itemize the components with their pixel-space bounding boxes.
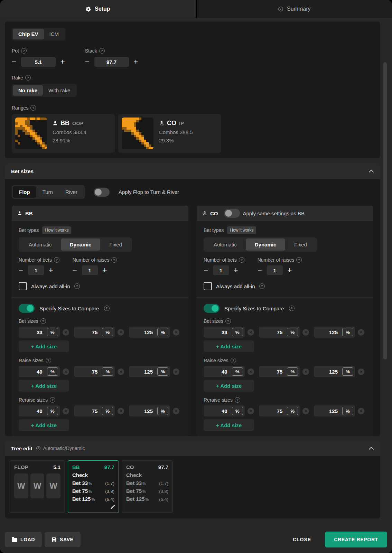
remove-size-button[interactable]: ✕ xyxy=(63,329,69,336)
size-input[interactable]: 33% xyxy=(19,327,60,338)
always-add-allin-checkbox[interactable] xyxy=(204,282,212,290)
size-input[interactable]: 125% xyxy=(314,405,355,416)
size-input[interactable]: 75% xyxy=(259,327,300,338)
raises-value[interactable]: 1 xyxy=(267,265,283,275)
size-input[interactable]: 125% xyxy=(314,366,355,377)
tree-node-bb[interactable]: BB 97.7 CheckBet 33%(1.7)Bet 75%(3.8)Bet… xyxy=(68,460,119,513)
remove-size-button[interactable]: ✕ xyxy=(173,368,179,375)
remove-size-button[interactable]: ✕ xyxy=(248,368,254,375)
remove-size-button[interactable]: ✕ xyxy=(302,408,309,414)
bet-type-fixed[interactable]: Fixed xyxy=(285,238,316,251)
bets-minus-button[interactable]: − xyxy=(204,266,208,274)
size-input[interactable]: 75% xyxy=(74,366,115,377)
stack-plus-button[interactable]: + xyxy=(134,58,138,66)
size-input[interactable]: 33% xyxy=(204,327,245,338)
stack-input[interactable]: 97.7 xyxy=(94,57,129,67)
apply-flop-toggle[interactable] xyxy=(94,188,110,197)
bet-type-dynamic[interactable]: Dynamic xyxy=(246,238,286,251)
raises-plus-button[interactable]: + xyxy=(103,266,107,274)
remove-size-button[interactable]: ✕ xyxy=(118,408,124,414)
add-size-button[interactable]: + Add size xyxy=(19,380,69,392)
pot-input[interactable]: 5.1 xyxy=(21,57,56,67)
tree-edit-header[interactable]: Tree edit Automatic/Dynamic xyxy=(5,440,380,456)
bets-plus-button[interactable]: + xyxy=(49,266,53,274)
bet-type-automatic[interactable]: Automatic xyxy=(205,238,246,251)
size-input[interactable]: 125% xyxy=(129,327,170,338)
tab-flop[interactable]: Flop xyxy=(13,186,36,198)
how-it-works-link[interactable]: How it works xyxy=(42,226,71,234)
save-button[interactable]: SAVE xyxy=(45,532,81,547)
rake-no-rake[interactable]: No rake xyxy=(13,85,43,96)
remove-size-button[interactable]: ✕ xyxy=(63,408,69,414)
tab-river[interactable]: River xyxy=(59,186,84,198)
bets-minus-button[interactable]: − xyxy=(19,266,23,274)
range-card-bb[interactable]: BB OOP Combos 383.4 28.91% xyxy=(12,114,115,153)
remove-size-button[interactable]: ✕ xyxy=(248,408,254,414)
bets-value[interactable]: 1 xyxy=(28,265,44,275)
tree-node-co[interactable]: CO 97.7 CheckBet 33%(1.7)Bet 75%(3.8)Bet… xyxy=(122,460,173,513)
remove-size-button[interactable]: ✕ xyxy=(358,368,364,375)
how-it-works-link[interactable]: How it works xyxy=(227,226,256,234)
raises-minus-button[interactable]: − xyxy=(73,266,77,274)
add-size-button[interactable]: + Add size xyxy=(19,340,69,352)
stack-minus-button[interactable]: − xyxy=(85,58,90,66)
size-input[interactable]: 40% xyxy=(204,405,245,416)
bets-value[interactable]: 1 xyxy=(213,265,229,275)
card-back-placeholder[interactable]: W xyxy=(46,474,60,498)
remove-size-button[interactable]: ✕ xyxy=(63,368,69,375)
size-input[interactable]: 40% xyxy=(19,405,60,416)
add-size-button[interactable]: + Add size xyxy=(204,340,254,352)
tree-node-flop[interactable]: FLOP 5.1 WWW xyxy=(10,460,65,513)
always-add-allin-checkbox[interactable] xyxy=(19,282,27,290)
remove-size-button[interactable]: ✕ xyxy=(358,329,364,336)
create-report-button[interactable]: CREATE REPORT xyxy=(325,532,387,547)
add-size-button[interactable]: + Add size xyxy=(19,419,69,431)
size-input[interactable]: 75% xyxy=(74,405,115,416)
bet-type-automatic[interactable]: Automatic xyxy=(20,238,61,251)
specify-sizes-toggle[interactable] xyxy=(204,304,220,313)
apply-same-settings-toggle[interactable] xyxy=(224,209,240,218)
chevron-up-icon[interactable] xyxy=(368,447,374,450)
load-button[interactable]: LOAD xyxy=(5,532,42,547)
mode-icm[interactable]: ICM xyxy=(44,29,65,39)
raises-plus-button[interactable]: + xyxy=(288,266,292,274)
size-input[interactable]: 75% xyxy=(259,405,300,416)
card-back-placeholder[interactable]: W xyxy=(14,474,28,498)
bets-plus-button[interactable]: + xyxy=(234,266,238,274)
chevron-up-icon[interactable] xyxy=(368,169,374,173)
size-input[interactable]: 125% xyxy=(129,366,170,377)
size-input[interactable]: 125% xyxy=(314,327,355,338)
specify-sizes-toggle[interactable] xyxy=(19,304,35,313)
remove-size-button[interactable]: ✕ xyxy=(302,329,309,336)
raises-value[interactable]: 1 xyxy=(82,265,98,275)
bet-type-fixed[interactable]: Fixed xyxy=(100,238,131,251)
add-size-button[interactable]: + Add size xyxy=(204,380,254,392)
size-input[interactable]: 75% xyxy=(259,366,300,377)
raises-minus-button[interactable]: − xyxy=(258,266,262,274)
remove-size-button[interactable]: ✕ xyxy=(173,408,179,414)
remove-size-button[interactable]: ✕ xyxy=(118,368,124,375)
remove-size-button[interactable]: ✕ xyxy=(248,329,254,336)
remove-size-button[interactable]: ✕ xyxy=(302,368,309,375)
bet-type-dynamic[interactable]: Dynamic xyxy=(61,238,101,251)
scrollbar-thumb[interactable] xyxy=(383,62,387,359)
size-input[interactable]: 125% xyxy=(129,405,170,416)
add-size-button[interactable]: + Add size xyxy=(204,419,254,431)
size-input[interactable]: 40% xyxy=(204,366,245,377)
tab-turn[interactable]: Turn xyxy=(36,186,59,198)
pot-plus-button[interactable]: + xyxy=(60,58,65,66)
size-input[interactable]: 75% xyxy=(74,327,115,338)
pot-minus-button[interactable]: − xyxy=(12,58,16,66)
size-input[interactable]: 40% xyxy=(19,366,60,377)
bet-sizes-header[interactable]: Bet sizes xyxy=(5,163,380,179)
card-back-placeholder[interactable]: W xyxy=(30,474,45,498)
tab-setup[interactable]: Setup xyxy=(0,0,196,18)
tab-summary[interactable]: Summary xyxy=(197,0,392,18)
remove-size-button[interactable]: ✕ xyxy=(118,329,124,336)
remove-size-button[interactable]: ✕ xyxy=(173,329,179,336)
pencil-edit-icon[interactable] xyxy=(110,505,115,510)
rake-with-rake[interactable]: With rake xyxy=(43,85,76,96)
remove-size-button[interactable]: ✕ xyxy=(358,408,364,414)
close-button[interactable]: CLOSE xyxy=(291,536,313,543)
mode-chip-ev[interactable]: Chip EV xyxy=(13,29,44,39)
